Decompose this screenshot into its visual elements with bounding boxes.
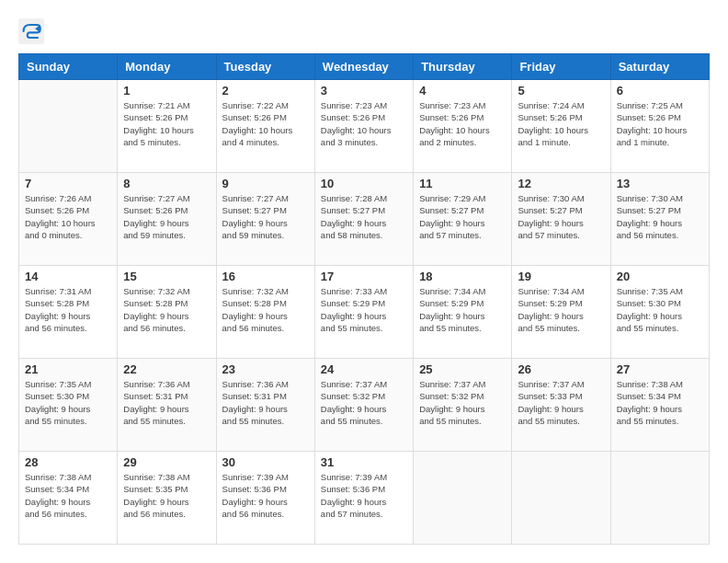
- calendar-cell: [19, 80, 118, 173]
- calendar-cell: 11Sunrise: 7:29 AM Sunset: 5:27 PM Dayli…: [414, 173, 512, 266]
- day-info: Sunrise: 7:34 AM Sunset: 5:29 PM Dayligh…: [419, 285, 506, 334]
- day-info: Sunrise: 7:21 AM Sunset: 5:26 PM Dayligh…: [123, 99, 210, 148]
- day-info: Sunrise: 7:24 AM Sunset: 5:26 PM Dayligh…: [518, 99, 604, 148]
- day-info: Sunrise: 7:34 AM Sunset: 5:29 PM Dayligh…: [518, 285, 604, 334]
- calendar-cell: 6Sunrise: 7:25 AM Sunset: 5:26 PM Daylig…: [610, 80, 709, 173]
- weekday-header-friday: Friday: [512, 54, 610, 80]
- weekday-header-saturday: Saturday: [610, 54, 709, 80]
- day-number: 14: [25, 270, 111, 283]
- day-number: 29: [123, 455, 210, 469]
- calendar-cell: 13Sunrise: 7:30 AM Sunset: 5:27 PM Dayli…: [610, 173, 709, 266]
- week-row-3: 14Sunrise: 7:31 AM Sunset: 5:28 PM Dayli…: [19, 266, 710, 359]
- logo-icon: [18, 18, 44, 44]
- calendar-cell: 2Sunrise: 7:22 AM Sunset: 5:26 PM Daylig…: [216, 80, 314, 173]
- day-info: Sunrise: 7:37 AM Sunset: 5:32 PM Dayligh…: [419, 378, 506, 427]
- calendar-cell: 23Sunrise: 7:36 AM Sunset: 5:31 PM Dayli…: [216, 359, 314, 452]
- day-info: Sunrise: 7:27 AM Sunset: 5:27 PM Dayligh…: [222, 192, 309, 241]
- day-number: 27: [617, 362, 703, 376]
- day-info: Sunrise: 7:30 AM Sunset: 5:27 PM Dayligh…: [518, 192, 604, 241]
- day-info: Sunrise: 7:35 AM Sunset: 5:30 PM Dayligh…: [617, 285, 703, 334]
- calendar-cell: 3Sunrise: 7:23 AM Sunset: 5:26 PM Daylig…: [314, 80, 413, 173]
- day-number: 22: [123, 362, 210, 376]
- calendar-cell: 4Sunrise: 7:23 AM Sunset: 5:26 PM Daylig…: [414, 80, 512, 173]
- calendar-cell: 21Sunrise: 7:35 AM Sunset: 5:30 PM Dayli…: [19, 359, 118, 452]
- weekday-header-tuesday: Tuesday: [216, 54, 314, 80]
- header: [18, 18, 710, 44]
- calendar-cell: 22Sunrise: 7:36 AM Sunset: 5:31 PM Dayli…: [118, 359, 216, 452]
- day-number: 10: [321, 177, 407, 190]
- day-info: Sunrise: 7:29 AM Sunset: 5:27 PM Dayligh…: [419, 192, 506, 241]
- calendar-cell: 10Sunrise: 7:28 AM Sunset: 5:27 PM Dayli…: [314, 173, 413, 266]
- day-info: Sunrise: 7:23 AM Sunset: 5:26 PM Dayligh…: [321, 99, 407, 148]
- calendar: SundayMondayTuesdayWednesdayThursdayFrid…: [18, 53, 710, 545]
- day-info: Sunrise: 7:39 AM Sunset: 5:36 PM Dayligh…: [222, 471, 309, 520]
- day-number: 2: [222, 84, 309, 98]
- week-row-4: 21Sunrise: 7:35 AM Sunset: 5:30 PM Dayli…: [19, 359, 710, 452]
- day-number: 26: [518, 362, 604, 376]
- day-number: 9: [222, 177, 309, 190]
- day-number: 7: [25, 177, 111, 190]
- day-number: 15: [123, 270, 210, 283]
- day-number: 8: [123, 177, 210, 190]
- day-number: 3: [321, 84, 407, 98]
- day-info: Sunrise: 7:31 AM Sunset: 5:28 PM Dayligh…: [25, 285, 111, 334]
- week-row-2: 7Sunrise: 7:26 AM Sunset: 5:26 PM Daylig…: [19, 173, 710, 266]
- calendar-cell: 17Sunrise: 7:33 AM Sunset: 5:29 PM Dayli…: [314, 266, 413, 359]
- day-info: Sunrise: 7:26 AM Sunset: 5:26 PM Dayligh…: [25, 192, 111, 241]
- calendar-cell: 28Sunrise: 7:38 AM Sunset: 5:34 PM Dayli…: [19, 452, 118, 545]
- calendar-cell: 20Sunrise: 7:35 AM Sunset: 5:30 PM Dayli…: [610, 266, 709, 359]
- day-info: Sunrise: 7:33 AM Sunset: 5:29 PM Dayligh…: [321, 285, 407, 334]
- day-number: 21: [25, 362, 111, 376]
- day-info: Sunrise: 7:27 AM Sunset: 5:26 PM Dayligh…: [123, 192, 210, 241]
- day-number: 4: [419, 84, 506, 98]
- day-info: Sunrise: 7:37 AM Sunset: 5:32 PM Dayligh…: [321, 378, 407, 427]
- day-info: Sunrise: 7:28 AM Sunset: 5:27 PM Dayligh…: [321, 192, 407, 241]
- day-info: Sunrise: 7:36 AM Sunset: 5:31 PM Dayligh…: [123, 378, 210, 427]
- calendar-cell: 15Sunrise: 7:32 AM Sunset: 5:28 PM Dayli…: [118, 266, 216, 359]
- calendar-cell: 1Sunrise: 7:21 AM Sunset: 5:26 PM Daylig…: [118, 80, 216, 173]
- calendar-cell: 30Sunrise: 7:39 AM Sunset: 5:36 PM Dayli…: [216, 452, 314, 545]
- weekday-header-wednesday: Wednesday: [314, 54, 413, 80]
- calendar-cell: 24Sunrise: 7:37 AM Sunset: 5:32 PM Dayli…: [314, 359, 413, 452]
- day-info: Sunrise: 7:32 AM Sunset: 5:28 PM Dayligh…: [123, 285, 210, 334]
- day-number: 20: [617, 270, 703, 283]
- day-number: 31: [321, 455, 407, 469]
- weekday-header-sunday: Sunday: [19, 54, 118, 80]
- day-info: Sunrise: 7:35 AM Sunset: 5:30 PM Dayligh…: [25, 378, 111, 427]
- calendar-cell: 19Sunrise: 7:34 AM Sunset: 5:29 PM Dayli…: [512, 266, 610, 359]
- day-info: Sunrise: 7:23 AM Sunset: 5:26 PM Dayligh…: [419, 99, 506, 148]
- day-info: Sunrise: 7:25 AM Sunset: 5:26 PM Dayligh…: [617, 99, 703, 148]
- calendar-cell: 14Sunrise: 7:31 AM Sunset: 5:28 PM Dayli…: [19, 266, 118, 359]
- calendar-cell: [512, 452, 610, 545]
- day-number: 13: [617, 177, 703, 190]
- day-number: 28: [25, 455, 111, 469]
- logo: [18, 18, 48, 44]
- week-row-1: 1Sunrise: 7:21 AM Sunset: 5:26 PM Daylig…: [19, 80, 710, 173]
- calendar-cell: 16Sunrise: 7:32 AM Sunset: 5:28 PM Dayli…: [216, 266, 314, 359]
- day-info: Sunrise: 7:38 AM Sunset: 5:35 PM Dayligh…: [123, 471, 210, 520]
- calendar-cell: 29Sunrise: 7:38 AM Sunset: 5:35 PM Dayli…: [118, 452, 216, 545]
- weekday-header-row: SundayMondayTuesdayWednesdayThursdayFrid…: [19, 54, 710, 80]
- day-number: 16: [222, 270, 309, 283]
- day-info: Sunrise: 7:36 AM Sunset: 5:31 PM Dayligh…: [222, 378, 309, 427]
- day-info: Sunrise: 7:22 AM Sunset: 5:26 PM Dayligh…: [222, 99, 309, 148]
- day-number: 30: [222, 455, 309, 469]
- day-number: 24: [321, 362, 407, 376]
- day-info: Sunrise: 7:37 AM Sunset: 5:33 PM Dayligh…: [518, 378, 604, 427]
- calendar-cell: 9Sunrise: 7:27 AM Sunset: 5:27 PM Daylig…: [216, 173, 314, 266]
- day-number: 12: [518, 177, 604, 190]
- calendar-cell: 27Sunrise: 7:38 AM Sunset: 5:34 PM Dayli…: [610, 359, 709, 452]
- day-info: Sunrise: 7:39 AM Sunset: 5:36 PM Dayligh…: [321, 471, 407, 520]
- day-number: 11: [419, 177, 506, 190]
- day-number: 23: [222, 362, 309, 376]
- calendar-cell: [414, 452, 512, 545]
- calendar-cell: 18Sunrise: 7:34 AM Sunset: 5:29 PM Dayli…: [414, 266, 512, 359]
- calendar-cell: 5Sunrise: 7:24 AM Sunset: 5:26 PM Daylig…: [512, 80, 610, 173]
- day-info: Sunrise: 7:30 AM Sunset: 5:27 PM Dayligh…: [617, 192, 703, 241]
- day-number: 18: [419, 270, 506, 283]
- calendar-cell: 31Sunrise: 7:39 AM Sunset: 5:36 PM Dayli…: [314, 452, 413, 545]
- weekday-header-thursday: Thursday: [414, 54, 512, 80]
- calendar-cell: 25Sunrise: 7:37 AM Sunset: 5:32 PM Dayli…: [414, 359, 512, 452]
- page: SundayMondayTuesdayWednesdayThursdayFrid…: [0, 0, 728, 563]
- day-number: 1: [123, 84, 210, 98]
